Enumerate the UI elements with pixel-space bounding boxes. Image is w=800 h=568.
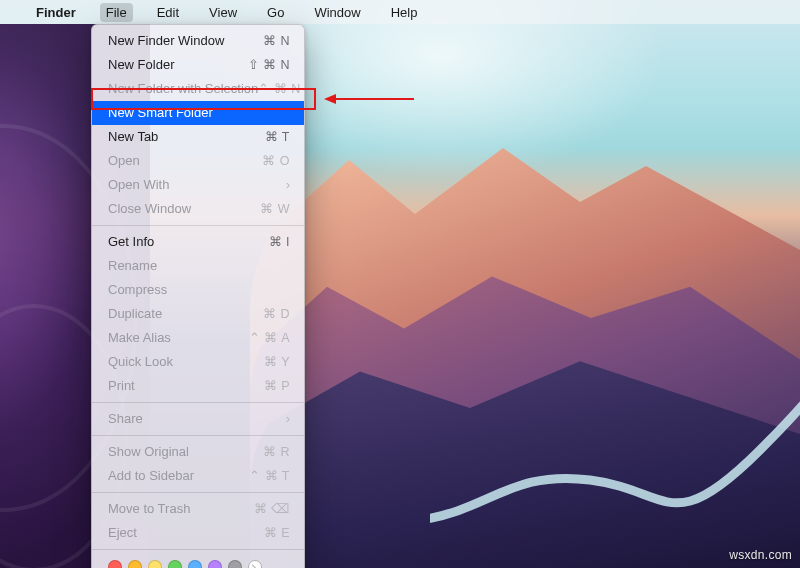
menu-item-make-alias: Make Alias⌃ ⌘ A: [92, 326, 304, 350]
menu-item-move-to-trash: Move to Trash⌘ ⌫: [92, 497, 304, 521]
menu-file[interactable]: File: [100, 3, 133, 22]
menu-item-label: Open With: [108, 176, 169, 194]
tag-color-dot[interactable]: [128, 560, 142, 568]
menu-item-label: New Folder with Selection: [108, 80, 258, 98]
menu-item-shortcut: ⌘ D: [263, 305, 290, 323]
menu-item-new-tab[interactable]: New Tab⌘ T: [92, 125, 304, 149]
menu-item-eject: Eject⌘ E: [92, 521, 304, 545]
tag-color-dot[interactable]: [148, 560, 162, 568]
menu-item-rename: Rename: [92, 254, 304, 278]
menu-item-open-with: Open With›: [92, 173, 304, 197]
menu-edit[interactable]: Edit: [151, 3, 185, 22]
menu-item-shortcut: ⌘ E: [264, 524, 290, 542]
menu-item-shortcut: ⌘ W: [260, 200, 290, 218]
menu-item-shortcut: ⇧ ⌘ N: [248, 56, 290, 74]
menu-item-label: Compress: [108, 281, 167, 299]
menu-item-get-info[interactable]: Get Info⌘ I: [92, 230, 304, 254]
menu-item-label: New Finder Window: [108, 32, 224, 50]
menu-item-label: Share: [108, 410, 143, 428]
menu-item-new-folder[interactable]: New Folder⇧ ⌘ N: [92, 53, 304, 77]
wallpaper-road: [430, 360, 800, 560]
menu-item-close-window: Close Window⌘ W: [92, 197, 304, 221]
menu-item-shortcut: ⌃ ⌘ N: [258, 80, 300, 98]
menu-item-label: Open: [108, 152, 140, 170]
menu-item-duplicate: Duplicate⌘ D: [92, 302, 304, 326]
app-name[interactable]: Finder: [30, 3, 82, 22]
tag-color-dot[interactable]: [228, 560, 242, 568]
menu-item-share: Share›: [92, 407, 304, 431]
tag-color-dot[interactable]: [188, 560, 202, 568]
menu-item-shortcut: ⌘ Y: [264, 353, 290, 371]
menu-item-new-folder-with-selection: New Folder with Selection⌃ ⌘ N: [92, 77, 304, 101]
menu-item-open: Open⌘ O: [92, 149, 304, 173]
menu-item-show-original: Show Original⌘ R: [92, 440, 304, 464]
menu-window[interactable]: Window: [308, 3, 366, 22]
menu-item-shortcut: ⌃ ⌘ A: [249, 329, 290, 347]
menu-item-quick-look: Quick Look⌘ Y: [92, 350, 304, 374]
menu-item-label: Eject: [108, 524, 137, 542]
menu-item-shortcut: ⌘ P: [264, 377, 290, 395]
menu-item-shortcut: ⌘ I: [269, 233, 290, 251]
menu-item-label: New Tab: [108, 128, 158, 146]
menu-item-compress: Compress: [92, 278, 304, 302]
menu-item-shortcut: ⌘ O: [262, 152, 290, 170]
menu-item-new-finder-window[interactable]: New Finder Window⌘ N: [92, 29, 304, 53]
menu-item-label: Duplicate: [108, 305, 162, 323]
menu-item-add-to-sidebar: Add to Sidebar⌃ ⌘ T: [92, 464, 304, 488]
watermark: wsxdn.com: [729, 548, 792, 562]
menu-item-shortcut: ⌘ ⌫: [254, 500, 290, 518]
menu-item-shortcut: ⌘ N: [263, 32, 290, 50]
tag-color-row[interactable]: [92, 554, 304, 568]
menu-help[interactable]: Help: [385, 3, 424, 22]
menu-item-label: Add to Sidebar: [108, 467, 194, 485]
menu-separator: [92, 549, 304, 550]
menu-item-label: Make Alias: [108, 329, 171, 347]
menu-item-label: Quick Look: [108, 353, 173, 371]
chevron-right-icon: ›: [286, 176, 290, 194]
menu-go[interactable]: Go: [261, 3, 290, 22]
menu-item-label: Show Original: [108, 443, 189, 461]
menu-item-print: Print⌘ P: [92, 374, 304, 398]
chevron-right-icon: ›: [286, 410, 290, 428]
menu-item-label: Move to Trash: [108, 500, 190, 518]
menubar: Finder FileEditViewGoWindowHelp: [0, 0, 800, 24]
menu-item-label: Close Window: [108, 200, 191, 218]
menu-item-label: Get Info: [108, 233, 154, 251]
menu-separator: [92, 402, 304, 403]
menu-item-label: Print: [108, 377, 135, 395]
menu-item-label: New Smart Folder: [108, 104, 213, 122]
menu-separator: [92, 492, 304, 493]
menu-separator: [92, 435, 304, 436]
menu-separator: [92, 225, 304, 226]
menu-item-new-smart-folder[interactable]: New Smart Folder: [92, 101, 304, 125]
menu-item-label: Rename: [108, 257, 157, 275]
menu-item-label: New Folder: [108, 56, 174, 74]
menu-item-shortcut: ⌃ ⌘ T: [249, 467, 290, 485]
file-menu-dropdown: New Finder Window⌘ NNew Folder⇧ ⌘ NNew F…: [91, 24, 305, 568]
tag-color-dot[interactable]: [208, 560, 222, 568]
tag-clear-icon[interactable]: [248, 560, 262, 568]
tag-color-dot[interactable]: [108, 560, 122, 568]
menu-item-shortcut: ⌘ T: [265, 128, 290, 146]
tag-color-dot[interactable]: [168, 560, 182, 568]
menu-item-shortcut: ⌘ R: [263, 443, 290, 461]
menu-view[interactable]: View: [203, 3, 243, 22]
